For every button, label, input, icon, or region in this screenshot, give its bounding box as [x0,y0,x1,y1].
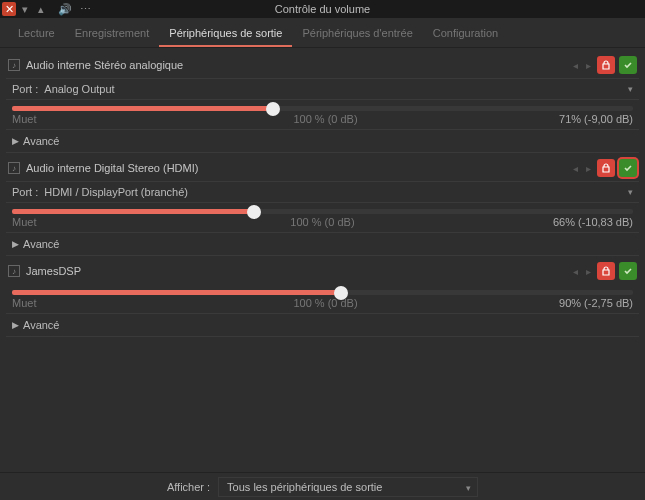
volume-slider[interactable] [6,290,639,295]
footer-filter-select[interactable]: Tous les périphériques de sortie ▾ [218,477,478,497]
device-header-controls: ◂▸ [571,159,637,177]
chevron-down-icon: ▾ [628,84,633,94]
advanced-label: Avancé [23,135,60,147]
tab-input-devices[interactable]: Périphériques d'entrée [292,22,422,47]
slider-fill [12,290,341,295]
slider-thumb[interactable] [247,205,261,219]
tab-bar: Lecture Enregistrement Périphériques de … [0,18,645,48]
slider-track [12,209,633,214]
titlebar: ✕ ▾ ▴ 🔊 ⋯ Contrôle du volume [0,0,645,18]
device-name: Audio interne Digital Stereo (HDMI) [26,162,565,174]
device-header-controls: ◂▸ [571,56,637,74]
advanced-toggle[interactable]: ▶Avancé [6,232,639,256]
titlebar-app-icons: 🔊 ⋯ [48,3,91,16]
lock-button[interactable] [597,159,615,177]
device-block: ♪JamesDSP◂▸Muet100 % (0 dB)90% (-2,75 dB… [6,258,639,337]
volume-right-label: 71% (-9,00 dB) [559,113,633,125]
device-header-controls: ◂▸ [571,262,637,280]
slider-fill [12,209,254,214]
volume-center-label: 100 % (0 dB) [92,216,553,228]
slider-fill [12,106,273,111]
prev-icon[interactable]: ◂ [571,60,580,71]
advanced-label: Avancé [23,238,60,250]
chevron-down-icon: ▾ [466,483,471,493]
port-value: HDMI / DisplayPort (branché) [44,186,622,198]
speaker-icon: 🔊 [58,3,72,16]
default-button[interactable] [619,262,637,280]
volume-center-label: 100 % (0 dB) [92,297,559,309]
advanced-toggle[interactable]: ▶Avancé [6,313,639,337]
tab-configuration[interactable]: Configuration [423,22,508,47]
port-label: Port : [12,83,38,95]
expand-icon: ▶ [12,136,19,146]
device-list: ♪Audio interne Stéréo analogique◂▸Port :… [0,48,645,472]
footer-filter-value: Tous les périphériques de sortie [227,481,382,493]
mute-label[interactable]: Muet [12,297,92,309]
port-label: Port : [12,186,38,198]
menu-icon[interactable]: ⋯ [80,3,91,16]
device-header: ♪Audio interne Digital Stereo (HDMI)◂▸ [6,155,639,181]
volume-center-label: 100 % (0 dB) [92,113,559,125]
slider-track [12,106,633,111]
volume-right-label: 66% (-10,83 dB) [553,216,633,228]
minimize-icon[interactable]: ▾ [18,2,32,16]
volume-info-row: Muet100 % (0 dB)66% (-10,83 dB) [6,214,639,232]
window-controls: ✕ ▾ ▴ [0,2,48,16]
volume-slider[interactable] [6,106,639,111]
tab-playback[interactable]: Lecture [8,22,65,47]
advanced-toggle[interactable]: ▶Avancé [6,129,639,153]
default-button[interactable] [619,56,637,74]
next-icon[interactable]: ▸ [584,163,593,174]
footer-show-label: Afficher : [167,481,210,493]
next-icon[interactable]: ▸ [584,60,593,71]
device-header: ♪Audio interne Stéréo analogique◂▸ [6,52,639,78]
mute-label[interactable]: Muet [12,216,92,228]
volume-info-row: Muet100 % (0 dB)71% (-9,00 dB) [6,111,639,129]
device-block: ♪Audio interne Stéréo analogique◂▸Port :… [6,52,639,153]
window-title: Contrôle du volume [0,3,645,15]
slider-thumb[interactable] [266,102,280,116]
volume-slider[interactable] [6,209,639,214]
prev-icon[interactable]: ◂ [571,163,580,174]
device-name: Audio interne Stéréo analogique [26,59,565,71]
port-value: Analog Output [44,83,622,95]
device-header: ♪JamesDSP◂▸ [6,258,639,284]
tab-output-devices[interactable]: Périphériques de sortie [159,22,292,47]
footer-bar: Afficher : Tous les périphériques de sor… [0,472,645,500]
expand-icon: ▶ [12,239,19,249]
device-icon: ♪ [8,265,20,277]
expand-icon: ▶ [12,320,19,330]
default-button[interactable] [619,159,637,177]
port-select[interactable]: Port :Analog Output▾ [6,78,639,100]
volume-info-row: Muet100 % (0 dB)90% (-2,75 dB) [6,295,639,313]
close-icon[interactable]: ✕ [2,2,16,16]
prev-icon[interactable]: ◂ [571,266,580,277]
device-icon: ♪ [8,162,20,174]
next-icon[interactable]: ▸ [584,266,593,277]
tab-recording[interactable]: Enregistrement [65,22,160,47]
slider-thumb[interactable] [334,286,348,300]
advanced-label: Avancé [23,319,60,331]
slider-track [12,290,633,295]
lock-button[interactable] [597,262,615,280]
device-name: JamesDSP [26,265,565,277]
port-select[interactable]: Port :HDMI / DisplayPort (branché)▾ [6,181,639,203]
device-block: ♪Audio interne Digital Stereo (HDMI)◂▸Po… [6,155,639,256]
chevron-down-icon: ▾ [628,187,633,197]
maximize-icon[interactable]: ▴ [34,2,48,16]
device-icon: ♪ [8,59,20,71]
mute-label[interactable]: Muet [12,113,92,125]
volume-right-label: 90% (-2,75 dB) [559,297,633,309]
lock-button[interactable] [597,56,615,74]
